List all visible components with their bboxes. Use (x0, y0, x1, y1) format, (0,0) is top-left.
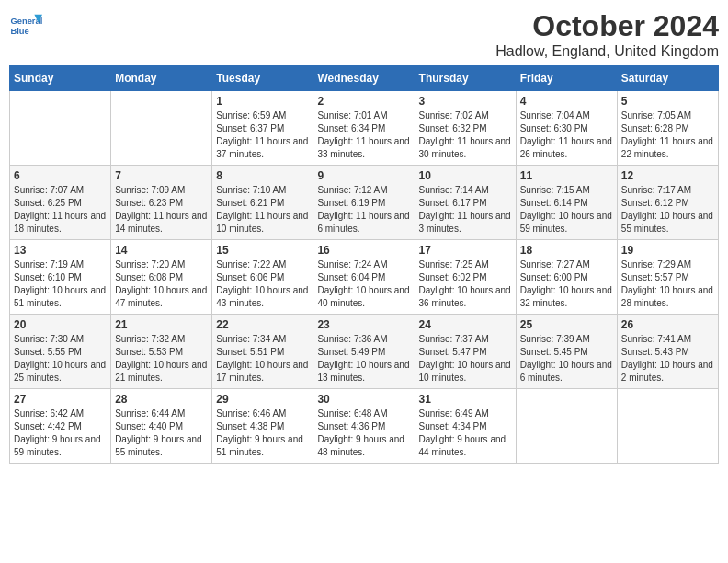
day-number: 8 (216, 169, 309, 182)
day-number: 29 (216, 393, 309, 406)
svg-text:Blue: Blue (10, 27, 28, 36)
calendar-cell: 31Sunrise: 6:49 AM Sunset: 4:34 PM Dayli… (415, 389, 516, 464)
logo: General Blue (9, 9, 42, 42)
day-info: Sunrise: 7:05 AM Sunset: 6:28 PM Dayligh… (621, 109, 714, 161)
calendar-cell: 26Sunrise: 7:41 AM Sunset: 5:43 PM Dayli… (617, 315, 718, 389)
calendar-cell: 15Sunrise: 7:22 AM Sunset: 6:06 PM Dayli… (212, 240, 313, 315)
day-info: Sunrise: 7:17 AM Sunset: 6:12 PM Dayligh… (621, 184, 714, 236)
calendar-cell: 9Sunrise: 7:12 AM Sunset: 6:19 PM Daylig… (313, 166, 415, 240)
calendar-cell (111, 91, 212, 166)
day-info: Sunrise: 7:07 AM Sunset: 6:25 PM Dayligh… (14, 184, 107, 236)
day-info: Sunrise: 7:02 AM Sunset: 6:32 PM Dayligh… (419, 109, 512, 161)
day-info: Sunrise: 7:29 AM Sunset: 5:57 PM Dayligh… (621, 259, 714, 310)
calendar-cell: 12Sunrise: 7:17 AM Sunset: 6:12 PM Dayli… (617, 166, 718, 240)
day-number: 16 (317, 244, 410, 257)
day-number: 28 (115, 393, 208, 406)
day-info: Sunrise: 6:44 AM Sunset: 4:40 PM Dayligh… (115, 408, 208, 459)
day-info: Sunrise: 7:37 AM Sunset: 5:47 PM Dayligh… (419, 333, 512, 385)
calendar-cell: 11Sunrise: 7:15 AM Sunset: 6:14 PM Dayli… (516, 166, 617, 240)
calendar-cell: 20Sunrise: 7:30 AM Sunset: 5:55 PM Dayli… (10, 315, 111, 389)
day-number: 21 (115, 318, 208, 331)
calendar-cell (617, 389, 718, 464)
day-number: 22 (216, 318, 309, 331)
calendar-cell: 1Sunrise: 6:59 AM Sunset: 6:37 PM Daylig… (212, 91, 313, 166)
day-info: Sunrise: 7:41 AM Sunset: 5:43 PM Dayligh… (621, 333, 714, 385)
location-title: Hadlow, England, United Kingdom (495, 43, 719, 60)
calendar-cell: 10Sunrise: 7:14 AM Sunset: 6:17 PM Dayli… (415, 166, 516, 240)
day-info: Sunrise: 7:14 AM Sunset: 6:17 PM Dayligh… (419, 184, 512, 236)
day-number: 25 (520, 318, 613, 331)
day-info: Sunrise: 7:20 AM Sunset: 6:08 PM Dayligh… (115, 259, 208, 310)
day-of-week-header: Thursday (415, 66, 516, 91)
calendar-cell: 3Sunrise: 7:02 AM Sunset: 6:32 PM Daylig… (415, 91, 516, 166)
day-number: 31 (419, 393, 512, 406)
calendar-cell: 23Sunrise: 7:36 AM Sunset: 5:49 PM Dayli… (313, 315, 415, 389)
day-number: 11 (520, 169, 613, 182)
day-number: 17 (419, 244, 512, 257)
day-info: Sunrise: 7:32 AM Sunset: 5:53 PM Dayligh… (115, 333, 208, 385)
calendar-table: SundayMondayTuesdayWednesdayThursdayFrid… (9, 65, 719, 464)
calendar-cell: 2Sunrise: 7:01 AM Sunset: 6:34 PM Daylig… (313, 91, 415, 166)
day-info: Sunrise: 7:12 AM Sunset: 6:19 PM Dayligh… (317, 184, 410, 236)
logo-icon: General Blue (9, 9, 42, 42)
day-info: Sunrise: 7:24 AM Sunset: 6:04 PM Dayligh… (317, 259, 410, 310)
day-number: 14 (115, 244, 208, 257)
day-info: Sunrise: 6:49 AM Sunset: 4:34 PM Dayligh… (419, 408, 512, 459)
day-number: 10 (419, 169, 512, 182)
day-info: Sunrise: 6:46 AM Sunset: 4:38 PM Dayligh… (216, 408, 309, 459)
day-number: 3 (419, 95, 512, 108)
calendar-cell: 19Sunrise: 7:29 AM Sunset: 5:57 PM Dayli… (617, 240, 718, 315)
day-of-week-header: Monday (111, 66, 212, 91)
day-number: 27 (14, 393, 107, 406)
day-info: Sunrise: 7:27 AM Sunset: 6:00 PM Dayligh… (520, 259, 613, 310)
day-number: 7 (115, 169, 208, 182)
calendar-cell: 22Sunrise: 7:34 AM Sunset: 5:51 PM Dayli… (212, 315, 313, 389)
calendar-cell (516, 389, 617, 464)
day-number: 4 (520, 95, 613, 108)
calendar-cell: 18Sunrise: 7:27 AM Sunset: 6:00 PM Dayli… (516, 240, 617, 315)
header: General Blue October 2024 Hadlow, Englan… (9, 9, 719, 60)
day-number: 6 (14, 169, 107, 182)
calendar-cell: 21Sunrise: 7:32 AM Sunset: 5:53 PM Dayli… (111, 315, 212, 389)
day-number: 5 (621, 95, 714, 108)
calendar-cell: 7Sunrise: 7:09 AM Sunset: 6:23 PM Daylig… (111, 166, 212, 240)
day-info: Sunrise: 7:30 AM Sunset: 5:55 PM Dayligh… (14, 333, 107, 385)
calendar-cell: 27Sunrise: 6:42 AM Sunset: 4:42 PM Dayli… (10, 389, 111, 464)
day-info: Sunrise: 7:39 AM Sunset: 5:45 PM Dayligh… (520, 333, 613, 385)
day-info: Sunrise: 7:25 AM Sunset: 6:02 PM Dayligh… (419, 259, 512, 310)
calendar-cell: 14Sunrise: 7:20 AM Sunset: 6:08 PM Dayli… (111, 240, 212, 315)
day-number: 23 (317, 318, 410, 331)
day-of-week-header: Sunday (10, 66, 111, 91)
day-number: 9 (317, 169, 410, 182)
calendar-cell: 5Sunrise: 7:05 AM Sunset: 6:28 PM Daylig… (617, 91, 718, 166)
day-number: 19 (621, 244, 714, 257)
calendar-cell: 6Sunrise: 7:07 AM Sunset: 6:25 PM Daylig… (10, 166, 111, 240)
day-info: Sunrise: 6:48 AM Sunset: 4:36 PM Dayligh… (317, 408, 410, 459)
day-info: Sunrise: 7:19 AM Sunset: 6:10 PM Dayligh… (14, 259, 107, 310)
calendar-cell: 24Sunrise: 7:37 AM Sunset: 5:47 PM Dayli… (415, 315, 516, 389)
day-info: Sunrise: 6:42 AM Sunset: 4:42 PM Dayligh… (14, 408, 107, 459)
day-of-week-header: Wednesday (313, 66, 415, 91)
calendar-cell: 16Sunrise: 7:24 AM Sunset: 6:04 PM Dayli… (313, 240, 415, 315)
day-number: 24 (419, 318, 512, 331)
calendar-cell: 17Sunrise: 7:25 AM Sunset: 6:02 PM Dayli… (415, 240, 516, 315)
day-info: Sunrise: 6:59 AM Sunset: 6:37 PM Dayligh… (216, 109, 309, 161)
day-info: Sunrise: 7:15 AM Sunset: 6:14 PM Dayligh… (520, 184, 613, 236)
day-info: Sunrise: 7:22 AM Sunset: 6:06 PM Dayligh… (216, 259, 309, 310)
day-number: 18 (520, 244, 613, 257)
day-info: Sunrise: 7:10 AM Sunset: 6:21 PM Dayligh… (216, 184, 309, 236)
month-title: October 2024 (495, 9, 719, 43)
day-info: Sunrise: 7:34 AM Sunset: 5:51 PM Dayligh… (216, 333, 309, 385)
day-of-week-header: Tuesday (212, 66, 313, 91)
calendar-cell: 13Sunrise: 7:19 AM Sunset: 6:10 PM Dayli… (10, 240, 111, 315)
day-of-week-header: Friday (516, 66, 617, 91)
day-of-week-header: Saturday (617, 66, 718, 91)
day-info: Sunrise: 7:01 AM Sunset: 6:34 PM Dayligh… (317, 109, 410, 161)
calendar-cell: 4Sunrise: 7:04 AM Sunset: 6:30 PM Daylig… (516, 91, 617, 166)
title-area: October 2024 Hadlow, England, United Kin… (495, 9, 719, 60)
calendar-cell: 30Sunrise: 6:48 AM Sunset: 4:36 PM Dayli… (313, 389, 415, 464)
day-number: 1 (216, 95, 309, 108)
day-number: 2 (317, 95, 410, 108)
calendar-cell: 25Sunrise: 7:39 AM Sunset: 5:45 PM Dayli… (516, 315, 617, 389)
calendar-cell: 28Sunrise: 6:44 AM Sunset: 4:40 PM Dayli… (111, 389, 212, 464)
